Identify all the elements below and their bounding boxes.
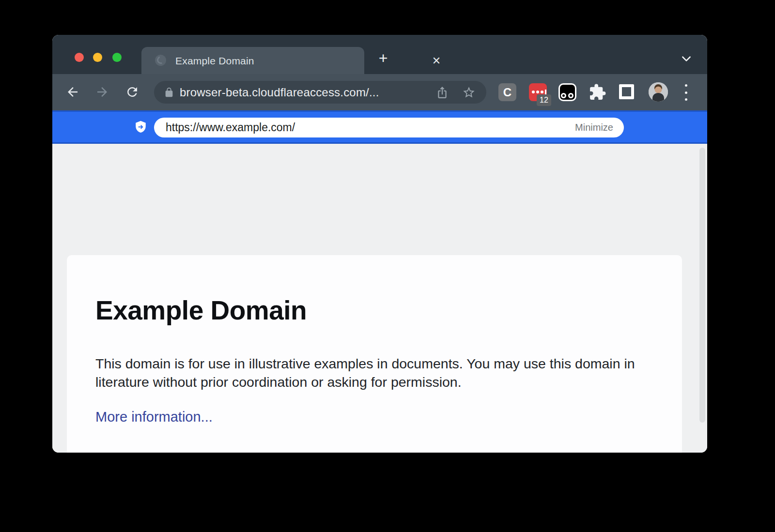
page-viewport: Example Domain This domain is for use in… <box>52 144 707 453</box>
extensions-puzzle-icon[interactable] <box>589 83 606 101</box>
address-bar-url[interactable]: browser-beta.cloudflareaccess.com/... <box>180 86 436 99</box>
forward-button[interactable] <box>94 84 110 100</box>
traffic-light-zoom[interactable] <box>112 53 122 62</box>
browser-toolbar: browser-beta.cloudflareaccess.com/... C … <box>52 74 707 110</box>
isolation-url-input[interactable]: https://www.example.com/ Minimize <box>154 118 624 137</box>
traffic-light-minimize[interactable] <box>93 53 102 62</box>
browser-menu-icon[interactable] <box>683 84 688 101</box>
tab-strip: Example Domain ✕ + <box>52 35 707 74</box>
bookmark-star-icon[interactable] <box>462 86 476 99</box>
extension-c-icon[interactable]: C <box>498 83 516 101</box>
lock-icon <box>164 87 174 98</box>
vertical-scrollbar[interactable] <box>699 148 705 423</box>
page-paragraph: This domain is for use in illustrative e… <box>95 354 652 391</box>
reload-button[interactable] <box>124 84 140 100</box>
chevron-down-icon[interactable] <box>680 52 693 65</box>
browser-window: Example Domain ✕ + browser-beta.cloudfla… <box>52 35 707 453</box>
shield-arrow-icon <box>134 120 148 134</box>
minimize-button[interactable]: Minimize <box>575 122 613 133</box>
new-tab-button[interactable]: + <box>375 50 391 67</box>
red-extension-dots <box>532 90 546 94</box>
content-card: Example Domain This domain is for use in… <box>67 255 682 453</box>
tab-close-icon[interactable]: ✕ <box>430 55 443 67</box>
isolation-url-text[interactable]: https://www.example.com/ <box>166 121 575 134</box>
share-icon[interactable] <box>436 86 449 99</box>
page-title: Example Domain <box>95 295 307 326</box>
address-bar[interactable]: browser-beta.cloudflareaccess.com/... <box>154 81 486 104</box>
tab-example-domain[interactable]: Example Domain ✕ <box>141 47 364 74</box>
extension-badge-count: 12 <box>537 94 551 106</box>
extension-black-icon[interactable] <box>558 83 576 101</box>
more-information-link[interactable]: More information... <box>95 409 213 425</box>
back-button[interactable] <box>64 84 81 100</box>
traffic-light-close[interactable] <box>75 53 84 62</box>
side-panel-icon[interactable] <box>619 84 634 99</box>
globe-favicon-icon <box>155 55 166 66</box>
profile-avatar[interactable] <box>649 82 668 102</box>
tab-title: Example Domain <box>175 55 254 67</box>
isolation-address-bar: https://www.example.com/ Minimize <box>52 110 707 144</box>
